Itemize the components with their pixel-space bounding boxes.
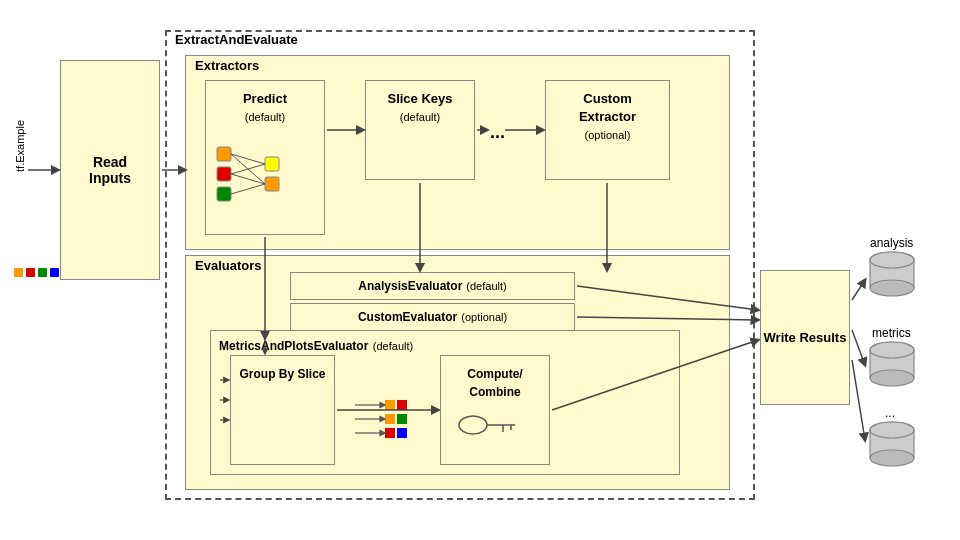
write-results-label: Write Results — [764, 330, 847, 345]
db-metrics-label: metrics — [872, 326, 911, 340]
slice-keys-box: Slice Keys (default) — [365, 80, 475, 180]
svg-line-56 — [852, 330, 865, 365]
db-metrics — [865, 340, 920, 390]
metrics-plots-label: MetricsAndPlotsEvaluator — [219, 339, 368, 353]
svg-point-34 — [870, 342, 914, 358]
analysis-evaluator-label: AnalysisEvaluator — [358, 279, 462, 293]
custom-extractor-label: Custom Extractor — [579, 91, 636, 124]
svg-line-9 — [231, 184, 265, 194]
predict-sublabel: (default) — [245, 111, 285, 123]
slice-keys-sublabel: (default) — [400, 111, 440, 123]
svg-rect-13 — [397, 414, 407, 424]
predict-label: Predict — [243, 91, 287, 106]
custom-extractor-sublabel: (optional) — [585, 129, 631, 141]
predict-graph — [215, 145, 290, 209]
analysis-evaluator-sublabel: (default) — [466, 280, 506, 292]
svg-point-28 — [870, 252, 914, 268]
custom-evaluator-label: CustomEvaluator — [358, 310, 457, 324]
custom-extractor-box: Custom Extractor (optional) — [545, 80, 670, 180]
read-inputs-label: ReadInputs — [89, 154, 131, 186]
svg-rect-14 — [385, 428, 395, 438]
analysis-evaluator-box: AnalysisEvaluator (default) — [290, 272, 575, 300]
svg-point-19 — [459, 416, 487, 434]
dot-blue — [50, 268, 59, 277]
ellipsis-extractors: ... — [490, 122, 505, 143]
dot-orange — [14, 268, 23, 277]
extractors-label: Extractors — [195, 58, 259, 73]
svg-line-55 — [852, 280, 865, 300]
tf-example-label: tf.Example — [14, 120, 26, 172]
dot-green — [38, 268, 47, 277]
svg-point-40 — [870, 422, 914, 438]
slice-keys-label: Slice Keys — [387, 91, 452, 106]
svg-rect-12 — [385, 414, 395, 424]
svg-point-25 — [870, 280, 914, 296]
compute-icon — [455, 410, 520, 444]
dot-red — [26, 268, 35, 277]
custom-evaluator-sublabel: (optional) — [461, 311, 507, 323]
extract-evaluate-label: ExtractAndEvaluate — [175, 32, 298, 47]
db-ellipsis-label: ... — [885, 406, 895, 420]
svg-line-57 — [852, 360, 865, 440]
svg-rect-4 — [265, 177, 279, 191]
svg-rect-10 — [385, 400, 395, 410]
svg-rect-11 — [397, 400, 407, 410]
metrics-plots-sublabel: (default) — [373, 340, 413, 352]
group-by-slice-grid — [355, 400, 425, 479]
group-by-slice-box: Group By Slice — [230, 355, 335, 465]
evaluators-label: Evaluators — [195, 258, 261, 273]
svg-point-31 — [870, 370, 914, 386]
svg-rect-0 — [217, 147, 231, 161]
db-ellipsis — [865, 420, 920, 470]
svg-rect-3 — [265, 157, 279, 171]
read-inputs-box: ReadInputs — [60, 60, 160, 280]
svg-point-37 — [870, 450, 914, 466]
svg-line-7 — [231, 164, 265, 174]
color-dots — [14, 268, 59, 277]
group-by-slice-label: Group By Slice — [239, 367, 325, 381]
svg-rect-15 — [397, 428, 407, 438]
svg-rect-1 — [217, 167, 231, 181]
write-results-box: Write Results — [760, 270, 850, 405]
compute-combine-label: Compute/ Combine — [467, 367, 522, 399]
db-analysis-label: analysis — [870, 236, 913, 250]
custom-evaluator-box: CustomEvaluator (optional) — [290, 303, 575, 331]
db-analysis — [865, 250, 920, 300]
architecture-diagram: { "title": "ExtractAndEvaluate Architect… — [0, 0, 960, 540]
svg-rect-2 — [217, 187, 231, 201]
